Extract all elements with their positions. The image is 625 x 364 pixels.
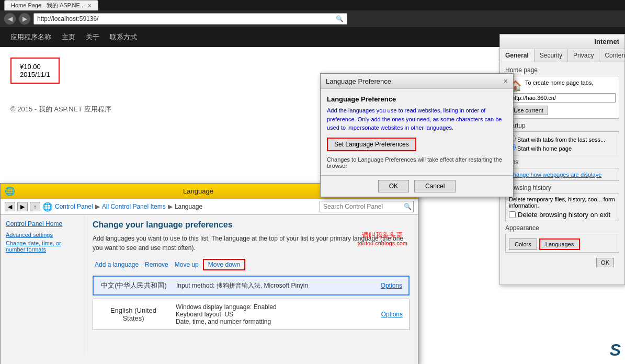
- browser-titlebar: Home Page - 我的 ASP.NE... ×: [0, 0, 625, 10]
- ie-title-bar: Internet: [500, 35, 624, 49]
- lang-item-english-detail: Windows display language: Enabled Keyboa…: [167, 303, 381, 325]
- lang-pref-title-text: Language Preference: [326, 77, 391, 85]
- lang-item-english-options[interactable]: Options: [381, 311, 403, 318]
- breadcrumb-sep2: ▶: [168, 203, 173, 210]
- ie-appearance-label: Appearance: [505, 224, 619, 232]
- ie-browsing-label: Browsing history: [505, 184, 619, 191]
- back-button[interactable]: ◀: [4, 13, 16, 25]
- ie-delete-history-checkbox[interactable]: [509, 211, 516, 218]
- sidebar-advanced-link[interactable]: Advanced settings: [6, 232, 78, 238]
- lang-pref-heading: Language Preference: [327, 95, 507, 103]
- search-icon: 🔍: [336, 15, 344, 22]
- breadcrumb: 🌐 Control Panel ▶ All Control Panel Item…: [42, 202, 317, 212]
- ie-tab-content[interactable]: Content: [599, 49, 625, 62]
- nav-about[interactable]: 关于: [86, 32, 99, 42]
- watermark-text2: toutou.cnblogs.com: [358, 240, 407, 246]
- ie-home-section: Home page 🏠 To create home page tabs, Us…: [500, 62, 624, 274]
- corner-logo: S: [610, 340, 621, 360]
- lang-body-title: Change your language preferences: [93, 220, 410, 230]
- browser-toolbar: ◀ ▶ http://localhost:59136/ 🔍: [0, 10, 625, 27]
- ie-tabs: General Security Privacy Content: [500, 49, 624, 62]
- lang-item-chinese-detail: Input method: 搜狗拼音输入法, Microsoft Pinyin: [168, 281, 381, 290]
- ie-tabs-label: Tabs: [505, 158, 619, 166]
- sidebar-datetime-link[interactable]: Change date, time, or number formats: [6, 240, 78, 253]
- date-value: 2015/11/1: [20, 71, 50, 78]
- ie-startup-option2: Start with home page: [509, 144, 616, 152]
- search-area: 🔍: [320, 201, 414, 212]
- ie-tab-general[interactable]: General: [500, 49, 535, 62]
- sidebar-home-link[interactable]: Control Panel Home: [6, 220, 78, 228]
- lang-pref-desc-text: Add the languages you use to read websit…: [327, 107, 502, 131]
- breadcrumb-icon: 🌐: [42, 202, 53, 212]
- ie-colors-btn[interactable]: Colors: [509, 238, 537, 250]
- watermark-text1: 请叫我头头哥: [358, 231, 407, 240]
- move-up-btn[interactable]: Move up: [173, 260, 201, 269]
- ie-home-box: 🏠 To create home page tabs, Use current: [505, 76, 619, 119]
- lang-item-english: English (United States) Windows display …: [93, 299, 410, 330]
- lang-addressbar: ◀ ▶ ↑ 🌐 Control Panel ▶ All Control Pane…: [1, 199, 418, 215]
- search-icon: 🔍: [404, 203, 412, 210]
- move-down-btn[interactable]: Move down: [203, 259, 245, 270]
- lang-pref-note: Changes to Language Preferences will tak…: [327, 156, 507, 169]
- ie-bottom-ok: OK: [505, 256, 619, 269]
- lang-item-chinese: 中文(中华人民共和国) Input method: 搜狗拼音输入法, Micro…: [93, 276, 410, 295]
- ie-tabs-link[interactable]: Change how webpages are displaye: [509, 172, 601, 178]
- breadcrumb-part3: Language: [175, 203, 202, 210]
- nav-home[interactable]: 主页: [62, 32, 75, 42]
- ie-home-url-input[interactable]: [509, 93, 616, 103]
- lang-pref-close-btn[interactable]: ×: [504, 77, 508, 85]
- ie-startup-label: Startup: [505, 122, 619, 129]
- lang-forward-btn[interactable]: ▶: [17, 202, 28, 211]
- lang-item-chinese-name: 中文(中华人民共和国): [100, 281, 168, 290]
- browser-chrome: Home Page - 我的 ASP.NE... × ◀ ▶ http://lo…: [0, 0, 625, 27]
- search-control-panel-input[interactable]: [320, 201, 414, 212]
- tab-close-icon[interactable]: ×: [88, 2, 92, 9]
- lang-pref-ok-btn[interactable]: OK: [378, 180, 409, 192]
- ie-browsing-box: Delete temporary files, history, coo... …: [505, 194, 619, 221]
- internet-options-dialog: Internet General Security Privacy Conten…: [499, 34, 625, 285]
- lang-sidebar: Control Panel Home Advanced settings Cha…: [1, 215, 84, 355]
- ie-tab-privacy[interactable]: Privacy: [568, 49, 599, 62]
- address-text: http://localhost:59136/: [37, 15, 98, 22]
- ie-browsing-text: Delete temporary files, history, coo... …: [509, 196, 616, 209]
- ie-home-hint: To create home page tabs,: [525, 79, 593, 86]
- lang-back-btn[interactable]: ◀: [5, 202, 15, 211]
- ie-use-current-area: Use current: [509, 106, 616, 115]
- watermark: 请叫我头头哥 toutou.cnblogs.com: [358, 231, 407, 246]
- ie-delete-history-label: Delete browsing history on exit: [518, 211, 610, 219]
- ie-languages-btn[interactable]: Languages: [539, 238, 580, 250]
- ie-use-current-btn[interactable]: Use current: [509, 106, 548, 115]
- language-window: 🌐 Language ─ □ × ◀ ▶ ↑ 🌐 Control Panel ▶…: [0, 183, 418, 364]
- lang-toolbar: Add a language Remove Move up Move down: [93, 259, 410, 270]
- breadcrumb-part1[interactable]: Control Panel: [55, 203, 93, 210]
- ie-startup-box: Start with tabs from the last sess... St…: [505, 131, 619, 155]
- lang-item-chinese-options[interactable]: Options: [381, 282, 402, 289]
- lang-pref-titlebar: Language Preference ×: [321, 74, 513, 89]
- address-bar[interactable]: http://localhost:59136/ 🔍: [33, 13, 347, 25]
- ie-appearance-btns: Colors Languages: [509, 238, 616, 250]
- nav-app-name[interactable]: 应用程序名称: [10, 32, 51, 42]
- ie-tab-security[interactable]: Security: [535, 49, 568, 62]
- forward-button[interactable]: ▶: [19, 13, 30, 25]
- lang-pref-body: Language Preference Add the languages yo…: [321, 89, 513, 175]
- lang-item-english-name: English (United States): [99, 306, 167, 322]
- remove-btn[interactable]: Remove: [143, 260, 171, 269]
- lang-pref-footer: OK Cancel: [321, 175, 513, 197]
- lang-pref-cancel-btn[interactable]: Cancel: [414, 180, 456, 192]
- ie-delete-history-row: Delete browsing history on exit: [509, 211, 616, 219]
- breadcrumb-part2[interactable]: All Control Panel Items: [102, 203, 166, 210]
- browser-tab[interactable]: Home Page - 我的 ASP.NE... ×: [4, 0, 98, 10]
- set-language-preferences-btn[interactable]: Set Language Preferences: [327, 138, 416, 151]
- ie-dialog-title: Internet: [594, 38, 619, 46]
- ie-tabs-section: Change how webpages are displaye: [505, 168, 619, 181]
- ie-home-label: Home page: [505, 66, 619, 74]
- tab-title: Home Page - 我的 ASP.NE...: [11, 2, 85, 9]
- breadcrumb-sep1: ▶: [95, 203, 100, 210]
- lang-pref-desc-colored: Only add the ones you need, as some char…: [327, 116, 502, 131]
- lang-body: Change your language preferences Add lan…: [84, 215, 418, 355]
- lang-pref-desc: Add the languages you use to read websit…: [327, 106, 507, 132]
- nav-contact[interactable]: 联系方式: [110, 32, 137, 42]
- ie-ok-btn[interactable]: OK: [596, 258, 614, 267]
- add-language-btn[interactable]: Add a language: [93, 260, 141, 269]
- lang-up-btn[interactable]: ↑: [30, 202, 40, 211]
